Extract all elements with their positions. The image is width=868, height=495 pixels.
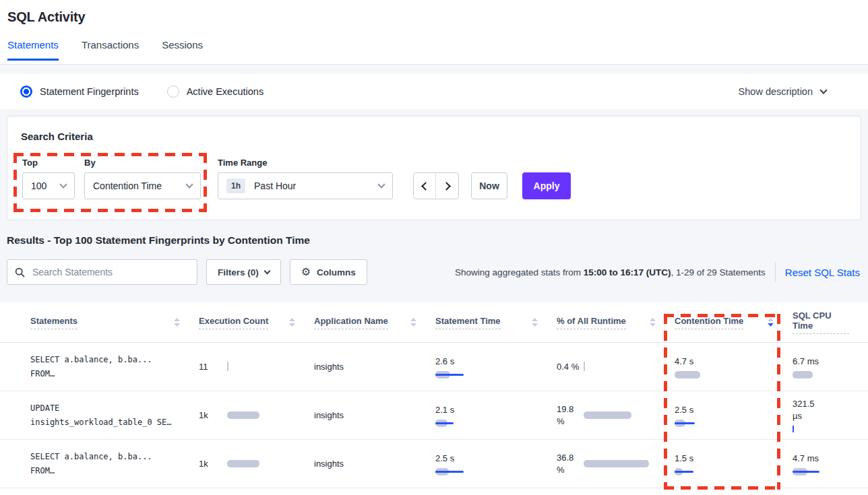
tab-statements[interactable]: Statements: [7, 39, 59, 61]
contention-time-cell: 2.5 s: [675, 391, 793, 439]
page-title: SQL Activity: [7, 9, 868, 25]
sql-activity-page: SQL Activity Statements Transactions Ses…: [0, 0, 868, 495]
application-name-cell: insights: [314, 440, 435, 488]
execution-count-cell-value: 1k: [199, 458, 227, 470]
apply-button[interactable]: Apply: [522, 172, 571, 199]
application-name-value: insights: [314, 410, 344, 420]
results-toolbar: Filters (0) ⚙ Columns Showing aggregated…: [7, 259, 861, 285]
top-select-value: 100: [31, 180, 46, 191]
contention-time-cell-value: 4.7 s: [675, 356, 706, 368]
stats-suffix: , 1-29 of 29 Statements: [671, 267, 765, 277]
top-bar: SQL Activity Statements Transactions Ses…: [0, 0, 868, 65]
sort-icon: [174, 318, 180, 327]
statement-cell[interactable]: UPDATEinsights_workload_table_0 SE…: [30, 391, 199, 439]
bar-gray-segment: [675, 371, 700, 378]
time-range-select[interactable]: 1h Past Hour: [218, 172, 393, 199]
bar-blue-segment: [435, 471, 464, 473]
chevron-right-icon: [442, 182, 451, 191]
column-header-statement-time[interactable]: Statement Time: [435, 316, 557, 329]
runtime-percent-cell: 0.4 %: [557, 343, 675, 391]
execution-count-cell: 11: [199, 343, 314, 391]
reset-sql-stats-link[interactable]: Reset SQL Stats: [785, 267, 861, 278]
search-input[interactable]: [31, 266, 189, 278]
column-header--of-all-runtime[interactable]: % of All Runtime: [557, 316, 675, 329]
bar-blue-segment: [793, 471, 819, 473]
filters-button-label: Filters (0): [218, 267, 259, 277]
show-description-label[interactable]: Show description: [739, 86, 813, 97]
statement-time-cell: 2.1 s: [435, 391, 557, 439]
table-row[interactable]: SELECT a.balance, b.ba...FROM…1kinsights…: [0, 440, 868, 488]
execution-count-cell-value: 11: [199, 361, 227, 373]
column-header-application-name[interactable]: Application Name: [314, 316, 435, 329]
radio-label[interactable]: Statement Fingerprints: [40, 86, 139, 97]
search-icon: [15, 267, 25, 277]
runtime-percent-cell: 36.8 %: [557, 440, 675, 488]
bar-blue-segment: [435, 422, 454, 424]
bar-chart: [227, 411, 297, 419]
table-row[interactable]: SELECT a.balance, b.ba...FROM…11insights…: [0, 343, 868, 391]
radio-unselected-icon[interactable]: [167, 86, 179, 98]
column-header-sql-cpu-time[interactable]: SQL CPU Time: [793, 310, 868, 334]
chevron-down-icon: [185, 180, 193, 188]
column-header-execution-count[interactable]: Execution Count: [199, 316, 314, 329]
radio-active-executions[interactable]: Active Executions: [167, 86, 264, 98]
runtime-percent-cell: 19.8 %: [557, 391, 675, 439]
radio-statement-fingerprints[interactable]: Statement Fingerprints: [20, 86, 139, 98]
application-name-cell: insights: [314, 391, 435, 439]
column-header-contention-time[interactable]: Contention Time: [675, 316, 793, 329]
bar-blue-segment: [675, 471, 693, 473]
table-row[interactable]: UPDATEinsights_workload_table_0 SE…1kins…: [0, 391, 868, 440]
chevron-down-icon: [264, 267, 270, 274]
showing-stats-text: Showing aggregated stats from 15:00 to 1…: [455, 267, 766, 277]
bar-blue-segment: [675, 422, 695, 424]
now-button[interactable]: Now: [471, 172, 507, 199]
chevron-down-icon: [59, 180, 67, 188]
statement-text-line: SELECT a.balance, b.ba...: [30, 353, 189, 367]
time-range-value: Past Hour: [254, 180, 296, 191]
radio-selected-icon[interactable]: [20, 86, 32, 98]
tab-sessions[interactable]: Sessions: [162, 39, 203, 61]
columns-button-label: Columns: [317, 267, 356, 277]
filters-button[interactable]: Filters (0): [206, 259, 281, 285]
column-header-label: Execution Count: [199, 316, 268, 329]
tab-transactions[interactable]: Transactions: [82, 39, 139, 61]
sql-cpu-time-cell: 6.7 ms: [793, 343, 868, 391]
contention-time-cell-value: 2.5 s: [675, 404, 706, 416]
columns-button[interactable]: ⚙ Columns: [290, 259, 367, 285]
time-prev-button[interactable]: [414, 173, 436, 199]
top-select[interactable]: 100: [22, 172, 75, 199]
contention-time-cell: 1.5 s: [675, 440, 793, 488]
by-select[interactable]: Contention Time: [84, 172, 201, 199]
divider: [775, 262, 776, 282]
by-label: By: [84, 158, 201, 168]
bar-chart: [584, 363, 657, 370]
bar-chart: [584, 460, 657, 467]
application-name-cell: insights: [314, 343, 435, 391]
bar-gray-segment: [584, 362, 585, 371]
statement-cell[interactable]: SELECT a.balance, b.ba...FROM…: [30, 440, 199, 488]
statement-time-cell-value: 2.6 s: [435, 356, 466, 368]
chevron-down-icon: [377, 180, 385, 188]
application-name-value: insights: [314, 362, 344, 372]
bar-gray-segment: [227, 411, 259, 419]
search-box[interactable]: [7, 259, 197, 285]
bar-chart: [227, 460, 297, 467]
runtime-percent-cell-value: 19.8 %: [557, 403, 584, 428]
statement-text-line: UPDATE: [30, 401, 189, 416]
time-next-button[interactable]: [436, 173, 458, 199]
statement-cell[interactable]: SELECT a.balance, b.ba...FROM…: [30, 343, 199, 391]
bar-gray-segment: [793, 371, 813, 378]
sort-icon: [289, 318, 295, 327]
sql-cpu-time-cell: 4.7 ms: [793, 440, 868, 488]
radio-label[interactable]: Active Executions: [187, 86, 264, 97]
show-description-toggle[interactable]: Show description: [739, 86, 848, 97]
runtime-percent-cell-value: 0.4 %: [557, 361, 584, 373]
statement-text-line: FROM…: [30, 464, 189, 478]
statements-table: StatementsExecution CountApplication Nam…: [0, 302, 868, 488]
bar-chart: [675, 371, 771, 378]
chevron-left-icon: [421, 182, 430, 191]
execution-count-cell: 1k: [199, 391, 314, 439]
application-name-value: insights: [314, 459, 344, 469]
column-header-statements[interactable]: Statements: [30, 316, 199, 329]
statement-time-cell-value: 2.5 s: [435, 453, 466, 465]
